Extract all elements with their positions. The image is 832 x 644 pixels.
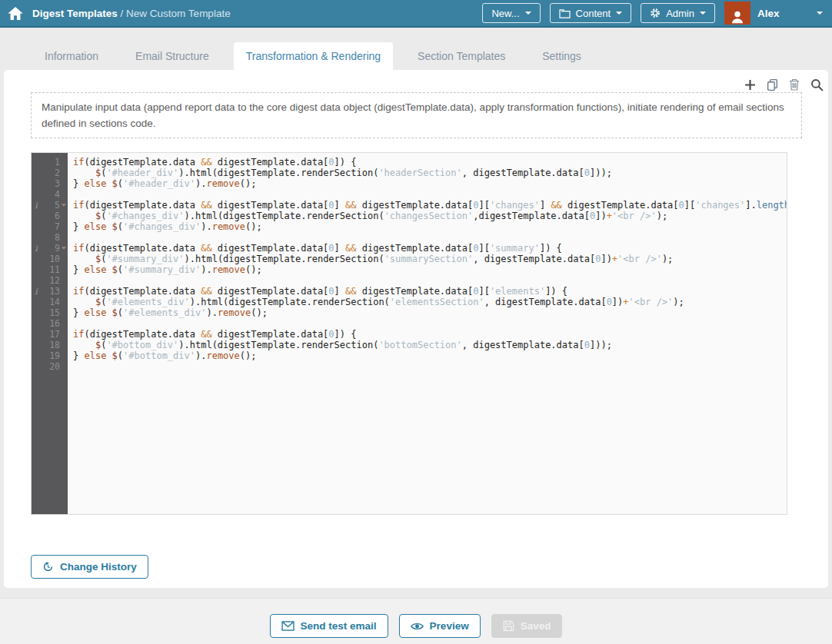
main-panel: Manipulate input data (append report dat… — [4, 70, 828, 588]
chevron-down-icon — [700, 12, 706, 15]
top-navbar: Digest Templates / New Custom Template N… — [0, 0, 832, 28]
folder-icon — [559, 8, 571, 18]
breadcrumb-separator: / — [121, 8, 124, 19]
chevron-down-icon — [817, 12, 823, 15]
gutter-line[interactable]: i13 — [32, 286, 68, 297]
change-history-button[interactable]: Change History — [31, 555, 148, 579]
template-toolbar — [742, 77, 824, 92]
new-menu-label: New... — [491, 8, 519, 19]
gutter-line[interactable]: 7 — [32, 221, 68, 232]
content-menu-label: Content — [576, 8, 611, 19]
gutter-line[interactable]: 20 — [32, 361, 68, 372]
eye-icon — [411, 622, 424, 631]
gutter-line[interactable]: i5 — [32, 200, 68, 211]
breadcrumb-secondary: New Custom Template — [126, 8, 231, 19]
breadcrumb: Digest Templates / New Custom Template — [32, 8, 231, 19]
description-box: Manipulate input data (append report dat… — [31, 92, 802, 138]
code-line[interactable]: $('#header_div').html(digestTemplate.ren… — [73, 168, 787, 178]
code-line[interactable]: if(digestTemplate.data && digestTemplate… — [73, 286, 787, 297]
editor-code[interactable]: if(digestTemplate.data && digestTemplate… — [68, 153, 787, 514]
user-menu[interactable]: Alex — [724, 2, 826, 25]
envelope-icon — [281, 621, 295, 631]
send-test-email-button[interactable]: Send test email — [270, 614, 388, 638]
code-line[interactable]: if(digestTemplate.data && digestTemplate… — [73, 329, 787, 340]
preview-label: Preview — [430, 620, 469, 632]
code-editor[interactable]: 1234i5678i9101112i1314151617181920 if(di… — [31, 152, 787, 515]
gutter-line[interactable]: 8 — [32, 232, 68, 243]
code-line[interactable]: $('#changes_div').html(digestTemplate.re… — [73, 211, 787, 221]
chevron-down-icon — [525, 12, 531, 15]
gutter-line[interactable]: 3 — [32, 178, 68, 189]
code-line[interactable] — [73, 361, 787, 372]
change-history-label: Change History — [60, 561, 137, 573]
code-line[interactable]: } else $('#bottom_div').remove(); — [73, 350, 787, 361]
code-line[interactable] — [73, 318, 787, 329]
gutter-line[interactable]: 14 — [32, 297, 68, 307]
gutter-line[interactable]: 1 — [32, 157, 68, 168]
avatar — [724, 2, 750, 25]
send-test-email-label: Send test email — [301, 620, 377, 632]
gutter-line[interactable]: 16 — [32, 318, 68, 329]
footer-bar: Send test email Preview Saved — [0, 598, 832, 644]
gutter-line[interactable]: 2 — [32, 168, 68, 178]
tab-transformation-rendering[interactable]: Transformation & Rendering — [234, 42, 393, 70]
gutter-line[interactable]: i9 — [32, 243, 68, 254]
tab-section-templates[interactable]: Section Templates — [405, 42, 518, 70]
navbar-actions: New... Content Admin Alex — [482, 2, 826, 25]
search-icon[interactable] — [809, 77, 824, 92]
gutter-line[interactable]: 18 — [32, 340, 68, 350]
home-icon[interactable] — [8, 5, 25, 21]
saved-label: Saved — [521, 620, 551, 632]
admin-menu-label: Admin — [666, 8, 694, 19]
tab-email-structure[interactable]: Email Structure — [123, 42, 221, 70]
breadcrumb-primary[interactable]: Digest Templates — [32, 8, 118, 19]
code-line[interactable] — [73, 275, 787, 286]
gutter-line[interactable]: 17 — [32, 329, 68, 340]
code-line[interactable]: if(digestTemplate.data && digestTemplate… — [73, 157, 787, 168]
tab-settings[interactable]: Settings — [530, 42, 594, 70]
floppy-disk-icon — [503, 620, 514, 632]
code-line[interactable]: } else $('#changes_div').remove(); — [73, 221, 787, 232]
code-line[interactable]: $('#elements_div').html(digestTemplate.r… — [73, 297, 787, 307]
code-line[interactable]: $('#summary_div').html(digestTemplate.re… — [73, 254, 787, 264]
gutter-line[interactable]: 19 — [32, 350, 68, 361]
new-menu-button[interactable]: New... — [482, 3, 540, 23]
copy-icon[interactable] — [764, 77, 780, 92]
user-name: Alex — [757, 8, 780, 19]
admin-menu-button[interactable]: Admin — [641, 3, 715, 23]
add-icon[interactable] — [742, 77, 757, 92]
gutter-line[interactable]: 15 — [32, 307, 68, 318]
code-line[interactable]: if(digestTemplate.data && digestTemplate… — [73, 243, 787, 254]
saved-button: Saved — [491, 614, 563, 638]
code-line[interactable]: $('#bottom_div').html(digestTemplate.ren… — [73, 340, 787, 350]
code-line[interactable]: } else $('#elements_div').remove(); — [73, 307, 787, 318]
code-line[interactable] — [73, 232, 787, 243]
gutter-line[interactable]: 10 — [32, 254, 68, 264]
preview-button[interactable]: Preview — [399, 614, 481, 638]
code-line[interactable]: } else $('#summary_div').remove(); — [73, 264, 787, 275]
editor-gutter[interactable]: 1234i5678i9101112i1314151617181920 — [32, 153, 68, 514]
gutter-line[interactable]: 6 — [32, 211, 68, 221]
gutter-line[interactable]: 11 — [32, 264, 68, 275]
tab-information[interactable]: Information — [32, 42, 111, 70]
tab-bar: Information Email Structure Transformati… — [0, 28, 832, 70]
history-icon — [42, 561, 54, 573]
code-line[interactable]: if(digestTemplate.data && digestTemplate… — [73, 200, 787, 211]
gutter-line[interactable]: 12 — [32, 275, 68, 286]
code-line[interactable]: } else $('#header_div').remove(); — [73, 178, 787, 189]
gear-icon — [650, 8, 661, 18]
trash-icon[interactable] — [787, 77, 802, 92]
chevron-down-icon — [616, 12, 622, 15]
content-menu-button[interactable]: Content — [550, 3, 632, 23]
code-line[interactable] — [73, 189, 787, 200]
gutter-line[interactable]: 4 — [32, 189, 68, 200]
